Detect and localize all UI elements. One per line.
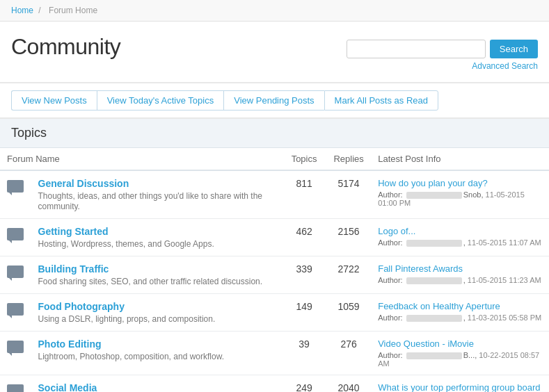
col-forum-name: Forum Name bbox=[0, 148, 282, 170]
table-row: Photo EditingLightroom, Photoshop, compo… bbox=[0, 332, 549, 375]
table-row: General DiscussionThoughts, ideas, and o… bbox=[0, 170, 549, 219]
latest-post-title[interactable]: What is your top performing group board … bbox=[378, 382, 542, 392]
forum-icon-cell bbox=[0, 170, 31, 219]
topics-count: 339 bbox=[282, 256, 326, 294]
breadcrumb-home[interactable]: Home bbox=[11, 6, 33, 15]
forum-description: Thoughts, ideas, and other things you'd … bbox=[38, 191, 263, 211]
forum-description: Lightroom, Photoshop, composition, and w… bbox=[38, 352, 224, 361]
forum-name-cell: Food PhotographyUsing a DSLR, lighting, … bbox=[31, 294, 283, 332]
latest-post-author: Author: , 11-05-2015 11:23 AM bbox=[378, 276, 542, 284]
search-row: Search bbox=[347, 40, 538, 58]
forum-name-link[interactable]: Photo Editing bbox=[38, 338, 276, 350]
latest-post-author: Author: , 11-03-2015 05:58 PM bbox=[378, 313, 542, 322]
topics-count: 249 bbox=[282, 375, 326, 392]
search-area: Search Advanced Search bbox=[347, 40, 538, 71]
breadcrumb: Home / Forum Home bbox=[0, 0, 549, 22]
replies-count: 5174 bbox=[326, 170, 371, 219]
forum-name-cell: Building TrafficFood sharing sites, SEO,… bbox=[31, 256, 283, 294]
forum-name-cell: Social MediaAll things social media. bbox=[31, 375, 283, 392]
forum-name-cell: Getting StartedHosting, Wordpress, theme… bbox=[31, 219, 283, 256]
latest-post-cell: Feedback on Healthy ApertureAuthor: , 11… bbox=[371, 294, 549, 332]
folder-icon bbox=[7, 228, 24, 240]
topics-heading: Topics bbox=[0, 119, 549, 148]
view-todays-active-button[interactable]: View Today's Active Topics bbox=[97, 90, 224, 111]
page-header: Community Search Advanced Search bbox=[0, 22, 549, 83]
forum-name-link[interactable]: General Discussion bbox=[38, 178, 276, 189]
folder-icon bbox=[7, 266, 24, 278]
table-row: Getting StartedHosting, Wordpress, theme… bbox=[0, 219, 549, 256]
table-row: Food PhotographyUsing a DSLR, lighting, … bbox=[0, 294, 549, 332]
forum-description: Hosting, Wordpress, themes, and Google A… bbox=[38, 239, 214, 249]
latest-post-title[interactable]: Fall Pinterest Awards bbox=[378, 263, 542, 274]
replies-count: 276 bbox=[326, 332, 371, 375]
col-topics: Topics bbox=[282, 148, 326, 170]
mark-all-read-button[interactable]: Mark All Posts as Read bbox=[324, 90, 438, 111]
forum-icon-cell bbox=[0, 256, 31, 294]
latest-post-author: Author: B..., 10-22-2015 08:57 AM bbox=[378, 351, 542, 368]
latest-post-cell: How do you plan your day?Author: Snob, 1… bbox=[371, 170, 549, 219]
forum-name-link[interactable]: Food Photography bbox=[38, 301, 276, 312]
latest-post-cell: What is your top performing group board … bbox=[371, 375, 549, 392]
breadcrumb-current: Forum Home bbox=[49, 6, 97, 15]
col-replies: Replies bbox=[326, 148, 371, 170]
page-title: Community bbox=[11, 34, 120, 60]
latest-post-author: Author: Snob, 11-05-2015 01:00 PM bbox=[378, 190, 542, 207]
latest-post-cell: Video Question - iMovieAuthor: B..., 10-… bbox=[371, 332, 549, 375]
latest-post-title[interactable]: Video Question - iMovie bbox=[378, 338, 542, 349]
forum-name-link[interactable]: Social Media bbox=[38, 382, 276, 392]
search-button[interactable]: Search bbox=[490, 40, 538, 58]
replies-count: 2040 bbox=[326, 375, 371, 392]
forum-table: Forum Name Topics Replies Latest Post In… bbox=[0, 148, 549, 392]
topics-count: 462 bbox=[282, 219, 326, 256]
forum-icon-cell bbox=[0, 332, 31, 375]
forum-name-link[interactable]: Getting Started bbox=[38, 226, 276, 237]
view-pending-posts-button[interactable]: View Pending Posts bbox=[223, 90, 324, 111]
latest-post-title[interactable]: How do you plan your day? bbox=[378, 178, 542, 188]
forum-name-cell: General DiscussionThoughts, ideas, and o… bbox=[31, 170, 283, 219]
col-latest-post: Latest Post Info bbox=[371, 148, 549, 170]
table-header-row: Forum Name Topics Replies Latest Post In… bbox=[0, 148, 549, 170]
folder-icon bbox=[7, 303, 24, 316]
table-row: Social MediaAll things social media.2492… bbox=[0, 375, 549, 392]
advanced-search-link[interactable]: Advanced Search bbox=[472, 61, 538, 71]
folder-icon bbox=[7, 384, 24, 392]
topics-count: 811 bbox=[282, 170, 326, 219]
topics-count: 39 bbox=[282, 332, 326, 375]
replies-count: 1059 bbox=[326, 294, 371, 332]
latest-post-cell: Logo of...Author: , 11-05-2015 11:07 AM bbox=[371, 219, 549, 256]
folder-icon bbox=[7, 180, 24, 193]
forum-description: Food sharing sites, SEO, and other traff… bbox=[38, 277, 263, 286]
folder-icon bbox=[7, 341, 24, 353]
forum-icon-cell bbox=[0, 294, 31, 332]
replies-count: 2722 bbox=[326, 256, 371, 294]
forum-icon-cell bbox=[0, 375, 31, 392]
latest-post-title[interactable]: Feedback on Healthy Aperture bbox=[378, 301, 542, 311]
forum-name-cell: Photo EditingLightroom, Photoshop, compo… bbox=[31, 332, 283, 375]
search-input[interactable] bbox=[347, 40, 486, 58]
table-row: Building TrafficFood sharing sites, SEO,… bbox=[0, 256, 549, 294]
topics-count: 149 bbox=[282, 294, 326, 332]
breadcrumb-separator: / bbox=[38, 6, 40, 15]
replies-count: 2156 bbox=[326, 219, 371, 256]
forum-icon-cell bbox=[0, 219, 31, 256]
forum-description: Using a DSLR, lighting, props, and compo… bbox=[38, 314, 216, 324]
forum-name-link[interactable]: Building Traffic bbox=[38, 263, 276, 275]
latest-post-author: Author: , 11-05-2015 11:07 AM bbox=[378, 238, 542, 247]
view-new-posts-button[interactable]: View New Posts bbox=[11, 90, 97, 111]
action-bar: View New Posts View Today's Active Topic… bbox=[0, 83, 549, 119]
latest-post-cell: Fall Pinterest AwardsAuthor: , 11-05-201… bbox=[371, 256, 549, 294]
latest-post-title[interactable]: Logo of... bbox=[378, 226, 542, 236]
